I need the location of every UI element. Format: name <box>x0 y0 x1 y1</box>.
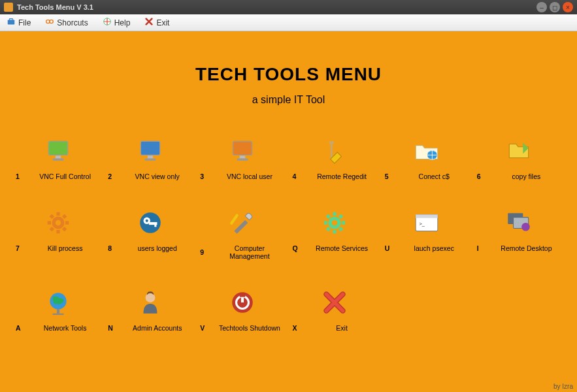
tool-label: Exit <box>307 324 377 332</box>
tool-users-logged[interactable]: 8users logged <box>104 210 196 260</box>
svg-rect-35 <box>229 214 239 225</box>
svg-point-32 <box>145 220 148 222</box>
menubar: File Shorcuts Help Exit <box>0 14 577 31</box>
menu-help[interactable]: Help <box>100 16 133 29</box>
svg-rect-47 <box>416 214 438 218</box>
tool-exit[interactable]: XExit <box>289 290 381 332</box>
tool-grid: 1VNC Full Control2VNC view only3VNC loca… <box>12 139 565 332</box>
tool-label: VNC view only <box>122 172 192 180</box>
folder-copy-icon <box>505 139 533 163</box>
menu-help-label: Help <box>114 18 131 27</box>
tool-label: users logged <box>122 244 192 252</box>
svg-point-51 <box>522 223 531 231</box>
tool-label: Remote Regedit <box>307 172 377 180</box>
monitor-orange-icon <box>229 139 256 163</box>
regedit-icon <box>321 139 348 163</box>
tool-key: 3 <box>200 172 208 180</box>
tool-vnc-view-only[interactable]: 2VNC view only <box>104 139 196 180</box>
minimize-button[interactable]: – <box>536 2 547 12</box>
tool-label-row: VTechtools Shutdown <box>196 324 288 332</box>
svg-rect-59 <box>240 293 245 297</box>
briefcase-icon <box>7 17 16 28</box>
tool-label-row: 9Computer Management <box>196 244 288 260</box>
menu-exit-label: Exit <box>156 18 169 27</box>
menu-shortcuts[interactable]: Shorcuts <box>42 16 90 29</box>
svg-rect-42 <box>326 214 331 219</box>
svg-rect-11 <box>148 155 153 158</box>
tool-label: VNC local user <box>214 172 284 180</box>
tool-key: Q <box>293 244 301 252</box>
menu-shortcuts-label: Shorcuts <box>57 18 88 27</box>
screwdriver-wrench-icon <box>229 210 256 235</box>
tool-label-row: ANetwork Tools <box>12 324 104 332</box>
terminal-icon: >_ <box>413 210 440 235</box>
tool-copy-files[interactable]: 6copy files <box>473 139 565 180</box>
svg-point-29 <box>55 220 60 225</box>
svg-rect-1 <box>9 19 12 21</box>
tool-techtools-shutdown[interactable]: VTechtools Shutdown <box>196 290 288 332</box>
svg-rect-23 <box>56 230 59 233</box>
close-button[interactable]: × <box>563 2 573 12</box>
svg-point-2 <box>46 20 50 23</box>
svg-rect-12 <box>144 159 156 161</box>
svg-rect-39 <box>333 230 336 233</box>
user-icon <box>137 290 164 315</box>
gear-orange-icon <box>44 210 72 235</box>
tool-label-row: 6copy files <box>473 172 565 180</box>
tool-label-row: 5Conect c$ <box>381 172 473 180</box>
page-title: TECH TOOLS MENU <box>0 64 577 85</box>
tool-remote-regedit[interactable]: 4Remote Regedit <box>289 139 381 180</box>
svg-rect-22 <box>62 227 67 231</box>
svg-rect-40 <box>326 227 331 231</box>
svg-rect-16 <box>237 159 248 161</box>
svg-rect-28 <box>62 214 67 219</box>
tool-label-row: Ulauch psexec <box>381 244 473 252</box>
footer-credit: by Izra <box>553 383 573 390</box>
maximize-button[interactable]: ◻ <box>550 2 560 12</box>
tool-label: Remote Services <box>307 244 377 252</box>
x-icon <box>144 17 154 28</box>
tool-network-tools[interactable]: ANetwork Tools <box>12 290 104 332</box>
svg-rect-34 <box>154 222 156 227</box>
svg-text:>_: >_ <box>420 221 425 227</box>
tool-kill-process[interactable]: 7Kill process <box>12 210 104 260</box>
svg-rect-44 <box>338 214 343 219</box>
tool-remote-services[interactable]: QRemote Services <box>289 210 381 260</box>
tool-conect-c[interactable]: 5Conect c$ <box>381 139 473 180</box>
tool-label: Computer Management <box>214 244 284 260</box>
tool-key: I <box>477 244 485 252</box>
svg-rect-5 <box>48 141 67 155</box>
titlebar: Tech Tools Menu V 3.1 – ◻ × <box>0 0 577 14</box>
svg-rect-54 <box>52 314 63 315</box>
svg-rect-41 <box>324 221 327 224</box>
svg-point-3 <box>50 20 53 23</box>
tool-vnc-local-user[interactable]: 3VNC local user <box>196 139 288 180</box>
tool-label-row: NAdmin Accounts <box>104 324 196 332</box>
tool-label-row: QRemote Services <box>289 244 381 252</box>
tool-key: X <box>293 324 301 332</box>
tool-label: Admin Accounts <box>122 324 192 332</box>
tool-label-row: 1VNC Full Control <box>12 172 104 180</box>
tool-key: 8 <box>108 244 116 252</box>
tool-admin-accounts[interactable]: NAdmin Accounts <box>104 290 196 332</box>
app-icon <box>4 3 13 12</box>
tool-label: lauch psexec <box>399 244 469 252</box>
x-red-icon <box>321 290 348 315</box>
tool-lauch-psexec[interactable]: >_Ulauch psexec <box>381 210 473 260</box>
globe-green-icon <box>44 290 72 315</box>
folder-globe-icon <box>413 139 440 163</box>
svg-rect-17 <box>331 142 333 159</box>
svg-rect-24 <box>49 227 54 231</box>
tool-key: 5 <box>385 172 393 180</box>
tool-label: copy files <box>491 172 561 180</box>
monitor-green-icon <box>44 139 72 163</box>
menu-file[interactable]: File <box>4 16 33 29</box>
tool-key: A <box>16 324 24 332</box>
power-red-icon <box>229 290 256 315</box>
menu-exit[interactable]: Exit <box>142 16 172 29</box>
tool-computer-management[interactable]: 9Computer Management <box>196 210 288 260</box>
tool-vnc-full-control[interactable]: 1VNC Full Control <box>12 139 104 180</box>
tool-label-row: 8users logged <box>104 244 196 252</box>
tool-key: 2 <box>108 172 116 180</box>
tool-remote-desktop[interactable]: IRemote Desktop <box>473 210 565 260</box>
